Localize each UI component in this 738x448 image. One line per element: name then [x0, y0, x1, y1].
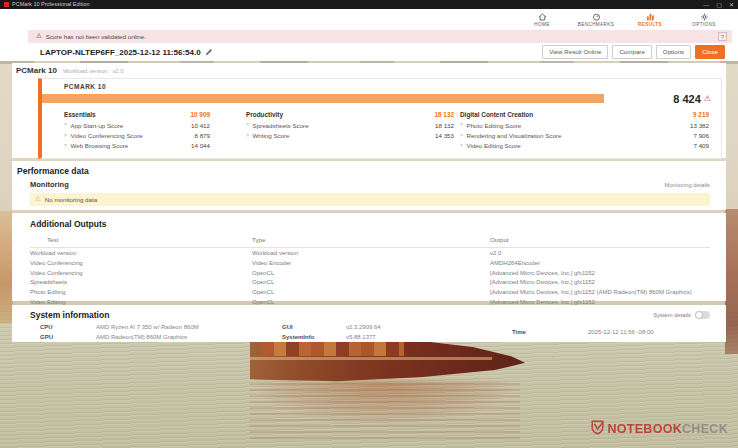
benchmark-result-panel: PCMark 10 Workload version : v2.0 PCMARK…: [12, 63, 726, 158]
test-name: Writing Score: [253, 132, 290, 139]
system-info-grid: CPU AMD Ryzen AI 7 350 w/ Radeon 860M GP…: [40, 324, 710, 345]
close-button[interactable]: Close: [695, 45, 725, 58]
table-row: Video Conferencing Video Encoder AMDH264…: [30, 258, 710, 268]
test-score: 10 412: [191, 122, 210, 129]
test-row: > Web Browsing Score 14 044: [64, 142, 210, 149]
column-test: Test: [30, 236, 252, 243]
compare-button[interactable]: Compare: [612, 45, 651, 58]
monitoring-details-link[interactable]: Monitoring details: [665, 182, 710, 188]
watermark-check: CHECK: [682, 422, 728, 436]
time-label: Time: [512, 329, 588, 336]
group-name: Digital Content Creation: [460, 111, 533, 118]
cell-test: Video Conferencing: [30, 260, 252, 266]
group-header: Digital Content Creation 9 219: [460, 111, 709, 118]
benchmark-title: PCMark 10: [16, 66, 57, 75]
performance-data-panel: Performance data Monitoring Monitoring d…: [12, 161, 726, 210]
help-button[interactable]: ?: [718, 32, 727, 41]
result-actions: View Result Online Compare Options Close: [542, 45, 725, 58]
test-name: Video Editing Score: [467, 142, 521, 149]
test-name: Video Conferencing Score: [71, 132, 143, 139]
nav-benchmarks[interactable]: BENCHMARKS: [575, 13, 617, 27]
overall-score-value: 8 424: [673, 93, 701, 105]
score-gauge-bar: [42, 94, 604, 103]
nav-benchmarks-label: BENCHMARKS: [578, 22, 614, 27]
cpu-label: CPU: [40, 324, 96, 331]
main-nav: HOME BENCHMARKS RESULTS OPTIONS: [521, 13, 725, 27]
pcmark-window: PCMark 10 Professional Edition — ▢ ✕ PCM…: [0, 0, 738, 448]
cell-type: OpenCL: [252, 270, 490, 276]
logo-text-10: 10: [103, 0, 119, 19]
column-type: Type: [252, 236, 490, 243]
close-window-button[interactable]: ✕: [729, 2, 734, 8]
chevron-right-icon[interactable]: >: [246, 122, 249, 127]
chevron-right-icon[interactable]: >: [246, 133, 249, 138]
validation-alert: ⚠ Score has not been validated online. ?: [28, 30, 732, 43]
maximize-button[interactable]: ▢: [716, 2, 722, 8]
overall-score: 8 424 ⚠: [673, 93, 711, 105]
group-digital-content-creation: Digital Content Creation 9 219 > Photo E…: [460, 111, 709, 152]
chevron-right-icon[interactable]: >: [460, 122, 463, 127]
group-score: 10 909: [190, 111, 210, 118]
chevron-right-icon[interactable]: >: [64, 133, 67, 138]
table-header: Test Type Output: [30, 233, 710, 248]
ship-deckline: [250, 357, 492, 360]
system-information-title: System information: [12, 305, 726, 320]
score-box: PCMARK 10 8 424 ⚠ Essentials 10 909: [38, 78, 722, 159]
monitoring-title: Monitoring: [30, 180, 69, 189]
options-icon: [700, 13, 709, 21]
cell-test: Video Conferencing: [30, 270, 252, 276]
test-row: > App Start-up Score 10 412: [64, 122, 210, 129]
content-area: NOTEBOOKCHECK PCMark 10 Workload version…: [0, 61, 738, 448]
score-warning-icon: ⚠: [704, 95, 711, 103]
watermark-notebook: NOTEBOOK: [607, 422, 682, 436]
cell-type: OpenCL: [252, 289, 490, 295]
cell-type: Workload version: [252, 250, 490, 256]
cell-type: OpenCL: [252, 279, 490, 285]
no-monitoring-alert: ⚠ No monitoring data: [30, 193, 710, 206]
score-groups: Essentials 10 909 > App Start-up Score 1…: [42, 104, 721, 152]
table-row: Spreadsheets OpenCL [Advanced Micro Devi…: [30, 278, 710, 288]
group-header: Essentials 10 909: [64, 111, 210, 118]
home-icon: [538, 13, 547, 21]
test-row: > Writing Score 14 353: [246, 132, 454, 139]
chevron-right-icon[interactable]: >: [64, 122, 67, 127]
test-score: 8 879: [195, 132, 210, 139]
system-info-col-1: CPU AMD Ryzen AI 7 350 w/ Radeon 860M GP…: [40, 324, 282, 345]
test-row: > Video Conferencing Score 8 879: [64, 132, 210, 139]
group-name: Essentials: [64, 111, 96, 118]
score-gauge-row: 8 424 ⚠: [42, 93, 721, 104]
app-header: PCMARK ® 10 HOME BENCHMARKS RESU: [0, 9, 738, 30]
test-name: Rendering and Visualization Score: [467, 132, 562, 139]
info-row-cpu: CPU AMD Ryzen AI 7 350 w/ Radeon 860M: [40, 324, 282, 331]
chevron-right-icon[interactable]: >: [64, 143, 67, 148]
test-name: Spreadsheets Score: [253, 122, 309, 129]
view-result-online-button[interactable]: View Result Online: [542, 45, 608, 58]
test-score: 7 409: [694, 142, 709, 149]
toggle-switch[interactable]: [695, 311, 710, 319]
cell-output: [Advanced Micro Devices, Inc.] gfx1152: [490, 270, 710, 276]
cell-test: Photo Editing: [30, 289, 252, 295]
warning-icon: ⚠: [35, 196, 41, 203]
system-details-toggle[interactable]: System details: [653, 311, 710, 319]
systeminfo-label: SystemInfo: [282, 334, 346, 341]
info-row-gpu: GPU AMD Radeon(TM) 860M Graphics: [40, 334, 282, 341]
nav-results[interactable]: RESULTS: [629, 13, 671, 27]
nav-home-label: HOME: [534, 22, 549, 27]
minimize-button[interactable]: —: [703, 2, 709, 8]
options-button[interactable]: Options: [656, 45, 691, 58]
chevron-right-icon[interactable]: >: [460, 143, 463, 148]
result-title: LAPTOP-NLTEP6FF_2025-12-12 11:56:54.0: [40, 48, 201, 57]
edit-icon[interactable]: [205, 48, 213, 56]
system-details-label: System details: [653, 312, 691, 318]
nav-home[interactable]: HOME: [521, 13, 563, 27]
benchmark-section-label: PCMark 10 Workload version : v2.0: [12, 63, 726, 77]
test-score: 13 382: [690, 122, 709, 129]
chevron-right-icon[interactable]: >: [460, 133, 463, 138]
shield-check-icon: [591, 420, 604, 439]
nav-options[interactable]: OPTIONS: [683, 13, 725, 27]
gui-label: GUI: [282, 324, 346, 331]
gpu-label: GPU: [40, 334, 96, 341]
warning-icon: ⚠: [36, 33, 42, 40]
nav-results-label: RESULTS: [638, 22, 662, 27]
test-score: 18 132: [435, 122, 454, 129]
